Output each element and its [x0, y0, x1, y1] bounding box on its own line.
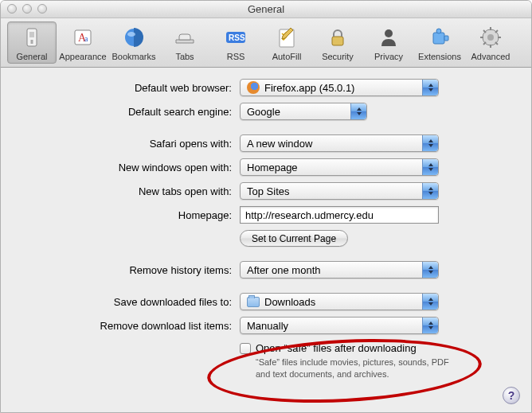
default-search-select[interactable]: Google	[240, 103, 367, 120]
label-new-windows: New windows open with:	[25, 162, 240, 173]
open-safe-files-label: Open “safe” files after downloading	[256, 342, 463, 354]
homepage-input[interactable]	[240, 206, 439, 224]
help-icon: ?	[508, 389, 515, 402]
svg-point-8	[127, 32, 135, 37]
toolbar-tab-autofill[interactable]: AutoFill	[262, 21, 311, 64]
svg-point-16	[436, 29, 441, 33]
svg-rect-1	[29, 32, 34, 37]
appearance-icon: Aa	[70, 25, 96, 50]
label-save-downloads: Save downloaded files to:	[25, 296, 240, 308]
window-title: General	[248, 3, 284, 15]
default-browser-select[interactable]: Firefox.app (45.0.1)	[240, 79, 439, 96]
updown-icon	[422, 318, 438, 333]
svg-point-13	[385, 29, 393, 37]
help-button[interactable]: ?	[503, 387, 520, 404]
svg-point-18	[487, 34, 494, 41]
label-opens-with: Safari opens with:	[25, 138, 240, 150]
close-window-button[interactable]	[7, 4, 17, 14]
toolbar-tab-rss[interactable]: RSS RSS	[211, 21, 260, 64]
label-homepage: Homepage:	[25, 209, 240, 221]
toolbar-tab-tabs[interactable]: Tabs	[160, 21, 209, 64]
svg-rect-15	[444, 36, 448, 41]
toolbar-tab-extensions[interactable]: Extensions	[415, 21, 464, 64]
toolbar-tab-advanced[interactable]: Advanced	[466, 21, 515, 64]
label-remove-history: Remove history items:	[25, 264, 240, 276]
general-icon	[19, 25, 45, 50]
minimize-window-button[interactable]	[22, 4, 32, 14]
updown-icon	[422, 80, 438, 95]
svg-line-24	[495, 42, 498, 45]
set-current-page-button[interactable]: Set to Current Page	[240, 230, 348, 247]
preferences-window: General General Aa Appearance Bookmarks …	[0, 0, 532, 413]
extensions-icon	[427, 25, 452, 50]
firefox-icon	[247, 81, 260, 94]
updown-icon	[422, 135, 438, 151]
updown-icon	[422, 294, 438, 310]
toolbar-tab-appearance[interactable]: Aa Appearance	[58, 21, 108, 64]
tabs-icon	[172, 25, 198, 50]
window-controls	[7, 4, 47, 14]
open-safe-files-checkbox[interactable]	[240, 343, 251, 354]
new-tabs-select[interactable]: Top Sites	[240, 182, 439, 200]
new-windows-select[interactable]: Homepage	[240, 158, 439, 176]
preferences-toolbar: General Aa Appearance Bookmarks Tabs RSS…	[1, 18, 531, 68]
svg-rect-14	[433, 33, 444, 44]
svg-line-25	[483, 42, 486, 45]
toolbar-tab-privacy[interactable]: Privacy	[364, 21, 413, 64]
updown-icon	[422, 262, 438, 278]
save-downloads-select[interactable]: Downloads	[240, 293, 439, 310]
updown-icon	[422, 159, 438, 175]
remove-history-select[interactable]: After one month	[240, 261, 439, 279]
security-icon	[325, 25, 350, 50]
toolbar-tab-general[interactable]: General	[7, 21, 57, 64]
advanced-icon	[478, 25, 503, 50]
label-default-search: Default search engine:	[25, 106, 240, 118]
open-safe-files-note: “Safe” files include movies, pictures, s…	[256, 357, 463, 380]
svg-rect-2	[31, 40, 33, 44]
remove-downloads-select[interactable]: Manually	[240, 317, 439, 334]
titlebar: General	[1, 1, 531, 18]
bookmarks-icon	[121, 25, 147, 50]
label-new-tabs: New tabs open with:	[25, 185, 240, 197]
updown-icon	[422, 183, 438, 199]
updown-icon	[350, 103, 366, 119]
label-default-browser: Default web browser:	[25, 82, 240, 94]
label-remove-downloads: Remove download list items:	[25, 320, 240, 332]
svg-text:RSS: RSS	[229, 33, 245, 42]
toolbar-tab-security[interactable]: Security	[313, 21, 362, 64]
privacy-icon	[376, 25, 401, 50]
svg-line-23	[483, 30, 486, 33]
autofill-icon	[274, 25, 299, 50]
zoom-window-button[interactable]	[37, 4, 47, 14]
svg-text:a: a	[84, 34, 88, 43]
folder-icon	[247, 297, 260, 307]
svg-line-26	[495, 30, 498, 33]
rss-icon: RSS	[223, 25, 248, 50]
toolbar-tab-bookmarks[interactable]: Bookmarks	[109, 21, 158, 64]
opens-with-select[interactable]: A new window	[240, 134, 439, 152]
svg-rect-12	[332, 37, 343, 45]
general-pane: Default web browser: Firefox.app (45.0.1…	[1, 68, 531, 412]
